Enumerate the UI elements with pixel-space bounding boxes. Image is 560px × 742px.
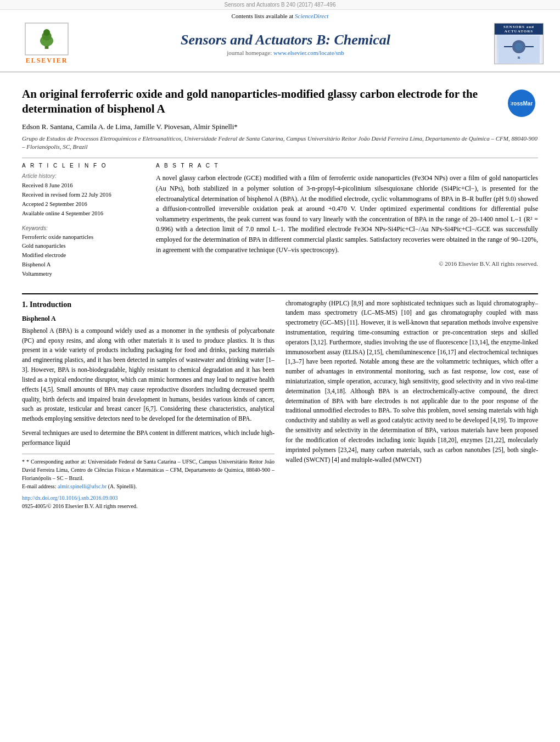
- intro-para-1: Bisphenol A (BPA) is a compound widely u…: [22, 326, 275, 424]
- keywords-title: Keywords:: [22, 225, 143, 231]
- corresponding-text: * Corresponding author at: Universidade …: [22, 459, 275, 481]
- email-person: (A. Spinelli).: [108, 483, 137, 489]
- journal-homepage: journal homepage: www.elsevier.com/locat…: [77, 49, 494, 56]
- keyword-5: Voltammetry: [22, 270, 143, 279]
- email-label: E-mail address:: [22, 483, 56, 489]
- crossmark-svg: CrossMark: [511, 92, 533, 114]
- article-title-container: An original ferroferric oxide and gold n…: [22, 87, 538, 117]
- elsevier-logo: ELSEVIER: [16, 23, 77, 65]
- elsevier-text: ELSEVIER: [26, 57, 68, 65]
- sensors-logo: SENSORS and ACTUATORS B: [494, 23, 544, 64]
- page: Sensors and Actuators B 240 (2017) 487–4…: [0, 0, 560, 742]
- body-left-col: 1. Introduction Bisphenol A Bisphenol A …: [22, 299, 275, 510]
- crossmark-badge[interactable]: CrossMark: [505, 87, 538, 120]
- journal-title: Sensors and Actuators B: Chemical: [77, 32, 494, 48]
- copyright-text: © 2016 Elsevier B.V. All rights reserved…: [156, 260, 538, 267]
- abstract-header: A B S T R A C T: [156, 163, 538, 169]
- sciencedirect-link[interactable]: ScienceDirect: [295, 13, 328, 19]
- contents-label: Contents lists available at: [232, 13, 294, 19]
- keywords-section: Keywords: Ferroferric oxide nanoparticle…: [22, 225, 143, 279]
- svg-point-3: [43, 29, 50, 36]
- homepage-link[interactable]: www.elsevier.com/locate/snb: [273, 49, 344, 56]
- keyword-4: Bisphenol A: [22, 260, 143, 270]
- history-title: Article history:: [22, 173, 143, 179]
- authors-line: Edson R. Santana, Camila A. de Lima, Jam…: [22, 122, 538, 131]
- section-number: 1. Introduction: [22, 299, 275, 311]
- svg-text:CrossMark: CrossMark: [511, 101, 533, 107]
- received-date: Received 8 June 2016: [22, 181, 143, 191]
- keyword-2: Gold nanoparticles: [22, 242, 143, 251]
- crossmark-icon: CrossMark: [508, 90, 535, 117]
- article-title-text: An original ferroferric oxide and gold n…: [22, 87, 478, 115]
- sensors-logo-text: SENSORS and ACTUATORS: [503, 25, 534, 34]
- available-date: Available online 4 September 2016: [22, 209, 143, 219]
- footnote-area: * * Corresponding author at: Universidad…: [22, 454, 275, 510]
- header-main: ELSEVIER Sensors and Actuators B: Chemic…: [0, 20, 560, 67]
- doi-link[interactable]: http://dx.doi.org/10.1016/j.snb.2016.09.…: [22, 495, 118, 501]
- asterisk-marker: *: [22, 459, 26, 465]
- authors-text: Edson R. Santana, Camila A. de Lima, Jam…: [22, 122, 238, 131]
- affiliation-text: Grupo de Estudos de Processos Eletroquím…: [22, 135, 538, 152]
- revised-date: Received in revised form 22 July 2016: [22, 191, 143, 200]
- journal-info-strip: Sensors and Actuators B 240 (2017) 487–4…: [0, 0, 560, 10]
- big-divider: [22, 293, 538, 294]
- abstract-col: A B S T R A C T A novel glassy carbon el…: [156, 163, 538, 285]
- journal-center: Sensors and Actuators B: Chemical journa…: [77, 32, 494, 56]
- article-container: An original ferroferric oxide and gold n…: [0, 72, 560, 510]
- issn-line: 0925-4005/© 2016 Elsevier B.V. All right…: [22, 502, 275, 510]
- accepted-date: Accepted 2 September 2016: [22, 200, 143, 209]
- article-info-col: A R T I C L E I N F O Article history: R…: [22, 163, 143, 285]
- svg-point-6: [515, 43, 523, 51]
- body-content: 1. Introduction Bisphenol A Bisphenol A …: [22, 299, 538, 510]
- article-history: Article history: Received 8 June 2016 Re…: [22, 173, 143, 218]
- article-info-header: A R T I C L E I N F O: [22, 163, 143, 169]
- email-line: E-mail address: almir.spinelli@ufsc.br (…: [22, 482, 275, 490]
- contents-line: Contents lists available at ScienceDirec…: [0, 10, 560, 20]
- body-right-col: chromatography (HPLC) [8,9] and more sop…: [285, 299, 538, 510]
- keyword-3: Modified electrode: [22, 251, 143, 260]
- keyword-1: Ferroferric oxide nanoparticles: [22, 233, 143, 242]
- abstract-text: A novel glassy carbon electrode (GCE) mo…: [156, 173, 538, 255]
- journal-header: Sensors and Actuators B 240 (2017) 487–4…: [0, 0, 560, 72]
- elsevier-tree-icon: [30, 28, 63, 50]
- homepage-label: journal homepage:: [227, 49, 272, 56]
- intro-para-2: Several techniques are used to determine…: [22, 428, 275, 448]
- journal-info-text: Sensors and Actuators B 240 (2017) 487–4…: [225, 2, 336, 8]
- sensors-logo-inner: SENSORS and ACTUATORS: [495, 24, 543, 35]
- sensors-logo-svg: B: [499, 36, 540, 63]
- svg-text:B: B: [517, 55, 520, 60]
- right-para-1: chromatography (HPLC) [8,9] and more sop…: [285, 299, 538, 465]
- divider-1: [22, 158, 538, 158]
- article-info-abstract: A R T I C L E I N F O Article history: R…: [22, 163, 538, 285]
- section-subtitle: Bisphenol A: [22, 314, 275, 324]
- corresponding-footnote: * * Corresponding author at: Universidad…: [22, 458, 275, 482]
- doi-line: http://dx.doi.org/10.1016/j.snb.2016.09.…: [22, 494, 275, 502]
- sensors-logo-image: B: [497, 35, 541, 64]
- elsevier-logo-box: [25, 23, 69, 55]
- email-link[interactable]: almir.spinelli@ufsc.br: [58, 483, 107, 489]
